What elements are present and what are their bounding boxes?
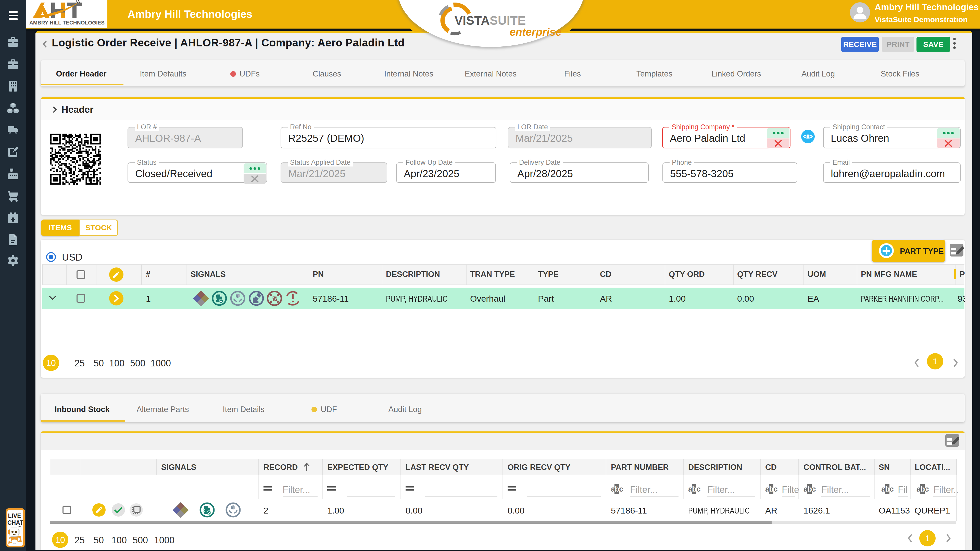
svg-text:b: b	[885, 485, 890, 493]
svg-text:c: c	[925, 485, 929, 493]
svg-text:c: c	[619, 485, 623, 493]
svg-text:c: c	[696, 485, 700, 493]
svg-text:c: c	[773, 485, 778, 493]
svg-text:enterprise: enterprise	[510, 26, 562, 38]
svg-text:VISTASUITE: VISTASUITE	[455, 14, 526, 27]
svg-text:c: c	[889, 485, 894, 493]
svg-text:c: c	[811, 485, 816, 493]
svg-text:b: b	[615, 485, 619, 493]
svg-text:b: b	[692, 485, 697, 493]
svg-text:AMBRY HILL TECHNOLOGIES: AMBRY HILL TECHNOLOGIES	[29, 20, 105, 25]
svg-text:b: b	[769, 485, 774, 493]
svg-text:b: b	[920, 485, 925, 493]
svg-text:b: b	[807, 485, 812, 493]
